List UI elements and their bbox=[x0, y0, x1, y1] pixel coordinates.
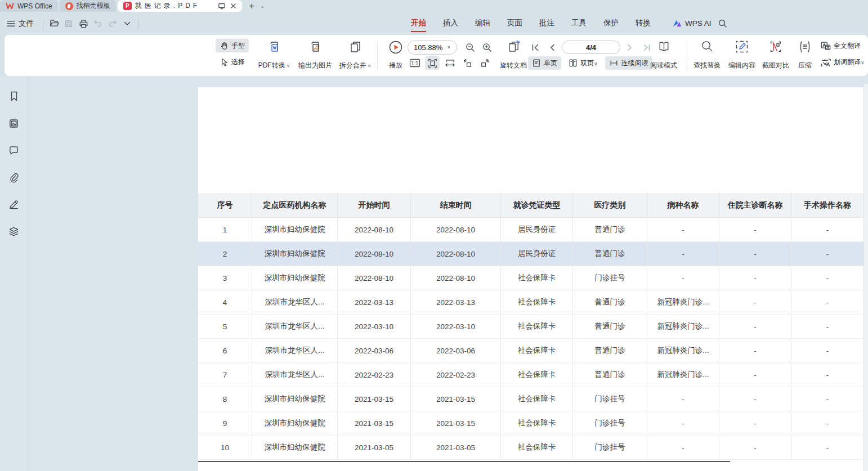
new-tab-button[interactable]: + bbox=[249, 1, 254, 11]
table-cell: 深圳市妇幼保健院 bbox=[252, 266, 338, 290]
fulltext-translate-button[interactable]: 全文翻译 bbox=[820, 40, 866, 51]
tab-document[interactable]: P 就医记录.PDF bbox=[118, 0, 242, 12]
rotate-document-button[interactable]: 旋转文档 bbox=[496, 38, 530, 72]
table-cell: 2022-02-23 bbox=[411, 363, 501, 387]
table-row[interactable]: 10深圳市妇幼保健院2021-03-052021-03-05社会保障卡门诊挂号-… bbox=[198, 436, 863, 460]
split-merge-button[interactable]: 拆分合并∨ bbox=[335, 38, 375, 72]
next-page-button[interactable] bbox=[623, 41, 637, 54]
table-cell: 新冠肺炎门诊... bbox=[647, 363, 719, 387]
table-row[interactable]: 4深圳市龙华区人...2022-03-132022-03-13社会保障卡普通门诊… bbox=[198, 290, 863, 315]
export-image-button[interactable]: 输出为图片 bbox=[295, 38, 335, 72]
signature-pen-icon bbox=[8, 199, 19, 210]
tab-wps-home[interactable]: WPS Office bbox=[0, 0, 58, 12]
menu-item-protect[interactable]: 保护 bbox=[602, 17, 620, 30]
table-cell: - bbox=[647, 218, 719, 242]
table-row[interactable]: 3深圳市妇幼保健院2022-08-102022-08-10社会保障卡门诊挂号--… bbox=[198, 266, 863, 290]
menu-item-edit[interactable]: 编辑 bbox=[474, 17, 491, 30]
table-cell: 社会保障卡 bbox=[501, 411, 573, 436]
table-cell: 1 bbox=[198, 218, 252, 242]
word-translate-button[interactable]: 划词翻译∨ bbox=[820, 56, 866, 68]
read-mode-button[interactable]: 阅读模式 bbox=[646, 38, 681, 72]
split-merge-label: 拆分合并 bbox=[339, 61, 366, 70]
table-cell: - bbox=[791, 266, 863, 290]
compress-button[interactable]: 压缩 bbox=[793, 38, 817, 72]
attachments-panel-button[interactable] bbox=[6, 169, 22, 185]
menu-item-page[interactable]: 页面 bbox=[506, 17, 524, 30]
prev-page-button[interactable] bbox=[545, 41, 560, 54]
tab-docer[interactable]: 找稻壳模板 bbox=[60, 0, 116, 12]
first-page-button[interactable] bbox=[528, 41, 543, 54]
rotate-right-button[interactable] bbox=[477, 56, 492, 70]
table-row[interactable]: 9深圳市妇幼保健院2021-03-152021-03-15社会保障卡门诊挂号--… bbox=[198, 411, 863, 436]
screenshot-compare-button[interactable]: 截图对比 bbox=[759, 38, 793, 72]
undo-button[interactable] bbox=[91, 16, 105, 31]
table-cell: - bbox=[791, 290, 863, 315]
wps-logo-icon bbox=[6, 2, 14, 10]
fit-width-button[interactable] bbox=[442, 56, 457, 70]
tab-list-chevron-icon[interactable]: ⌄ bbox=[260, 3, 265, 9]
edit-content-button[interactable]: 编辑内容 bbox=[725, 38, 759, 72]
actual-size-button[interactable]: 1:1 bbox=[408, 56, 422, 70]
table-cell: 门诊挂号 bbox=[573, 436, 647, 460]
table-row[interactable]: 1深圳市妇幼保健院2022-08-102022-08-10居民身份证普通门诊--… bbox=[198, 218, 863, 242]
table-cell: 2021-03-15 bbox=[411, 411, 501, 436]
pdf-convert-button[interactable]: PDF转换∨ bbox=[253, 38, 295, 72]
redo-button[interactable] bbox=[105, 16, 120, 31]
hand-tool-label: 手型 bbox=[231, 41, 245, 51]
menu-item-home[interactable]: 开始 bbox=[410, 17, 427, 30]
table-cell: - bbox=[719, 436, 791, 460]
play-button[interactable]: 播放 bbox=[383, 38, 409, 72]
hand-tool-button[interactable]: 手型 bbox=[216, 39, 249, 52]
menu-item-convert[interactable]: 转换 bbox=[634, 17, 652, 30]
table-row[interactable]: 2深圳市妇幼保健院2022-08-102022-08-10居民身份证普通门诊--… bbox=[198, 242, 863, 266]
file-menu-button[interactable]: 文件 bbox=[0, 19, 39, 29]
select-tool-button[interactable]: 选择 bbox=[216, 55, 249, 69]
wps-ai-button[interactable]: WPS AI bbox=[672, 12, 712, 35]
table-cell: 2021-03-15 bbox=[411, 387, 501, 411]
menu-item-tools[interactable]: 工具 bbox=[570, 17, 588, 30]
continuous-reading-icon bbox=[609, 59, 619, 68]
find-replace-button[interactable]: 查找替换 bbox=[690, 38, 724, 72]
close-tab-icon[interactable] bbox=[230, 3, 236, 9]
table-cell: 新冠肺炎门诊... bbox=[647, 339, 719, 363]
folder-open-icon bbox=[50, 19, 59, 28]
save-button[interactable] bbox=[61, 16, 76, 31]
menu-item-insert[interactable]: 插入 bbox=[442, 17, 459, 30]
screenshot-compare-icon bbox=[769, 40, 782, 53]
fit-page-button[interactable] bbox=[425, 56, 440, 70]
zoom-level-select[interactable]: 105.88% ∨ bbox=[408, 40, 457, 55]
chevron-down-icon: ∨ bbox=[861, 60, 865, 65]
table-row[interactable]: 7深圳市龙华区人...2022-02-232022-02-23社会保障卡普通门诊… bbox=[198, 363, 863, 387]
table-header-cell: 定点医药机构名称 bbox=[252, 193, 338, 218]
table-cell: - bbox=[719, 387, 791, 411]
single-page-button[interactable]: 单页 bbox=[528, 56, 561, 70]
quickbar-more-button[interactable] bbox=[120, 16, 135, 31]
print-button[interactable] bbox=[76, 16, 91, 31]
prev-page-icon bbox=[549, 44, 556, 51]
table-cell: 2022-08-10 bbox=[338, 266, 411, 290]
signature-panel-button[interactable] bbox=[6, 196, 22, 212]
select-tool-label: 选择 bbox=[231, 57, 245, 67]
comments-panel-button[interactable] bbox=[6, 142, 22, 158]
thumbnails-panel-button[interactable] bbox=[6, 115, 22, 131]
table-row[interactable]: 6深圳市龙华区人...2022-03-062022-03-06社会保障卡普通门诊… bbox=[198, 339, 863, 363]
menu-item-annotate[interactable]: 批注 bbox=[538, 17, 556, 30]
zoom-out-button[interactable] bbox=[463, 41, 477, 54]
rotate-left-button[interactable] bbox=[460, 56, 475, 70]
pdf-file-icon: P bbox=[123, 2, 132, 10]
menu-search-button[interactable] bbox=[715, 16, 730, 30]
table-row[interactable]: 5深圳市龙华区人...2022-03-102022-03-10社会保障卡普通门诊… bbox=[198, 315, 863, 339]
table-row[interactable]: 8深圳市妇幼保健院2021-03-152021-03-15社会保障卡门诊挂号--… bbox=[198, 387, 863, 411]
play-label: 播放 bbox=[389, 61, 402, 70]
bookmarks-panel-button[interactable] bbox=[6, 88, 22, 104]
vertical-scrollbar[interactable] bbox=[863, 84, 868, 471]
table-cell: 深圳市妇幼保健院 bbox=[252, 436, 338, 460]
zoom-in-button[interactable] bbox=[480, 41, 494, 54]
double-page-button[interactable]: 双页∨ bbox=[565, 56, 602, 70]
layers-panel-button[interactable] bbox=[6, 223, 22, 239]
window-mode-icon[interactable] bbox=[218, 3, 226, 10]
page-indicator-input[interactable]: 4/4 bbox=[562, 41, 620, 54]
continuous-reading-button[interactable]: 连续阅读 bbox=[605, 56, 652, 70]
pdf-page[interactable]: 序号定点医药机构名称开始时间结束时间就诊凭证类型医疗类别病种名称住院主诊断名称手… bbox=[198, 87, 863, 471]
open-file-button[interactable] bbox=[47, 16, 61, 31]
